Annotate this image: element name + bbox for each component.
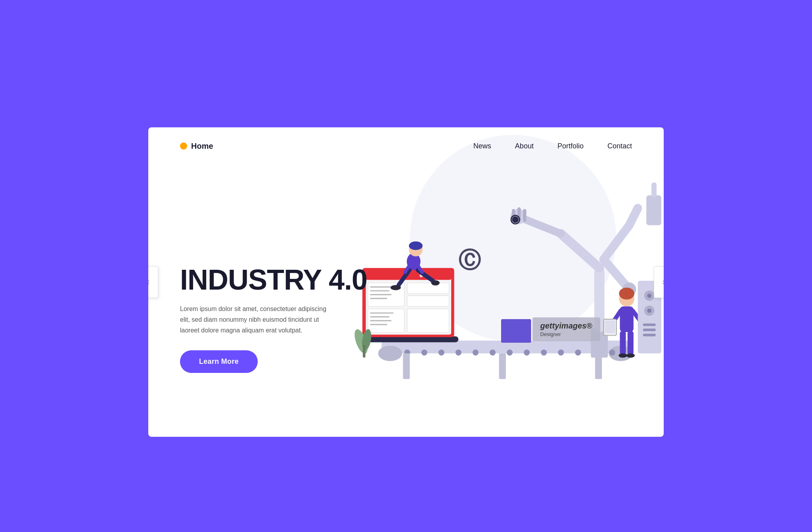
- hero-description: Lorem ipsum dolor sit amet, consectetuer…: [180, 303, 331, 336]
- svg-line-30: [603, 225, 629, 259]
- industry-illustration-svg: ◉ ◉ Ⓒ Ⓒ: [339, 182, 664, 405]
- svg-point-79: [647, 294, 651, 298]
- svg-rect-56: [370, 324, 387, 325]
- svg-rect-83: [643, 328, 656, 331]
- hero-text-block: INDUSTRY 4.0 Lorem ipsum dolor sit amet,…: [180, 265, 367, 405]
- svg-point-62: [391, 285, 401, 290]
- svg-point-63: [431, 280, 440, 285]
- svg-rect-47: [370, 286, 393, 287]
- svg-point-15: [609, 350, 615, 355]
- nav-item-contact[interactable]: Contact: [607, 142, 632, 150]
- svg-point-71: [619, 353, 627, 357]
- nav-link-about[interactable]: About: [515, 142, 534, 150]
- svg-text:◉: ◉: [510, 212, 520, 225]
- right-arrow-icon: ›: [662, 277, 664, 287]
- svg-point-7: [473, 350, 479, 355]
- svg-point-68: [619, 287, 634, 299]
- nav-home-label[interactable]: Home: [191, 142, 213, 151]
- svg-rect-70: [628, 331, 634, 354]
- svg-rect-53: [370, 312, 393, 313]
- svg-rect-20: [502, 320, 530, 342]
- svg-rect-16: [403, 353, 410, 379]
- svg-point-13: [575, 350, 581, 355]
- hero-illustration: ◉ ◉ Ⓒ Ⓒ: [339, 182, 664, 405]
- outer-background: ‹ Home News About Portfolio Contact: [16, 16, 796, 532]
- svg-rect-35: [646, 195, 661, 225]
- nav-item-portfolio[interactable]: Portfolio: [557, 142, 584, 150]
- svg-rect-50: [370, 298, 387, 299]
- main-card: ‹ Home News About Portfolio Contact: [148, 127, 664, 437]
- left-arrow-icon: ‹: [148, 277, 150, 287]
- svg-line-34: [629, 208, 638, 225]
- svg-rect-49: [370, 294, 391, 295]
- navbar: Home News About Portfolio Contact: [148, 127, 664, 159]
- nav-links: News About Portfolio Contact: [473, 142, 632, 150]
- hero-title: INDUSTRY 4.0: [180, 265, 367, 294]
- svg-point-4: [421, 350, 427, 355]
- slider-arrow-right[interactable]: ›: [654, 266, 664, 298]
- nav-item-about[interactable]: About: [515, 142, 534, 150]
- svg-text:Ⓒ: Ⓒ: [458, 248, 481, 273]
- nav-link-contact[interactable]: Contact: [607, 142, 632, 150]
- svg-rect-54: [370, 316, 389, 317]
- svg-rect-48: [370, 290, 389, 291]
- svg-point-9: [507, 350, 513, 355]
- svg-rect-18: [499, 353, 506, 379]
- getty-logo-text: gettyimages®: [540, 321, 592, 330]
- svg-rect-52: [407, 309, 449, 332]
- svg-rect-45: [407, 283, 449, 294]
- svg-rect-76: [605, 320, 615, 333]
- hero-section: INDUSTRY 4.0 Lorem ipsum dolor sit amet,…: [148, 159, 664, 405]
- svg-rect-46: [407, 296, 449, 306]
- nav-logo[interactable]: Home: [180, 142, 213, 151]
- slider-arrow-left[interactable]: ‹: [148, 266, 158, 298]
- svg-point-6: [456, 350, 462, 355]
- svg-point-10: [524, 350, 530, 355]
- svg-point-11: [541, 350, 547, 355]
- learn-more-button[interactable]: Learn More: [180, 350, 258, 373]
- svg-rect-55: [370, 320, 391, 321]
- getty-watermark: gettyimages® Designer: [532, 317, 600, 341]
- svg-rect-69: [620, 331, 626, 354]
- svg-point-59: [409, 241, 422, 250]
- svg-rect-28: [523, 209, 527, 221]
- nav-link-news[interactable]: News: [473, 142, 491, 150]
- svg-point-12: [558, 350, 564, 355]
- svg-point-8: [490, 350, 496, 355]
- nav-item-news[interactable]: News: [473, 142, 491, 150]
- logo-dot: [180, 142, 187, 150]
- nav-link-portfolio[interactable]: Portfolio: [557, 142, 584, 150]
- svg-point-81: [647, 308, 651, 313]
- getty-subtitle: Designer: [540, 331, 592, 337]
- svg-point-1: [378, 346, 402, 361]
- svg-point-5: [439, 350, 444, 355]
- svg-rect-39: [356, 336, 458, 342]
- svg-rect-82: [643, 323, 656, 326]
- svg-line-23: [561, 234, 599, 268]
- svg-rect-36: [651, 182, 657, 198]
- svg-point-72: [626, 353, 635, 357]
- svg-rect-84: [643, 334, 656, 336]
